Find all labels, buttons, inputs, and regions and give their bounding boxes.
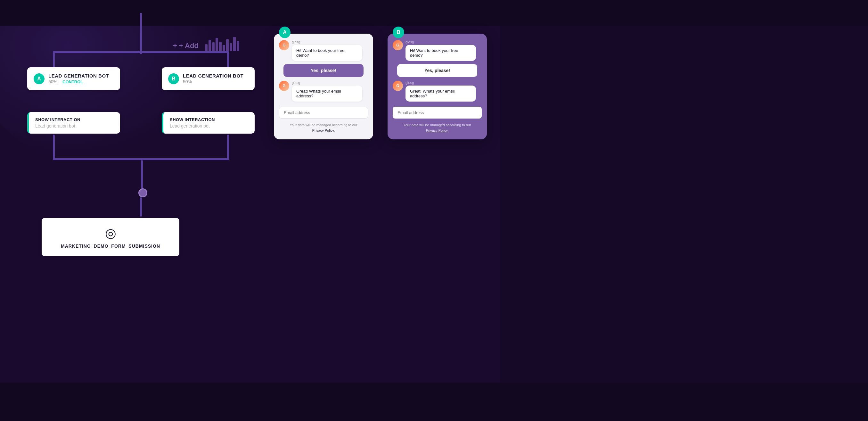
variant-a-badge: A xyxy=(34,73,44,84)
show-interaction-b-card: SHOW INTERACTION Lead generation bot xyxy=(162,112,255,133)
chat-b-email-input[interactable] xyxy=(393,107,482,119)
goal-card: ◎ MARKETING_DEMO_FORM_SUBMISSION xyxy=(42,218,179,256)
variant-a-header-card: A LEAD GENERATION BOT 50% CONTROL xyxy=(27,67,120,90)
goal-connector-line xyxy=(140,198,142,217)
chat-b-bubble-2: Great! Whats your emsil address? xyxy=(405,86,476,101)
goal-icon: ◎ xyxy=(105,225,116,240)
show-interaction-a-label: SHOW INTERACTION xyxy=(35,117,114,122)
variant-a-pct: 50% xyxy=(49,79,57,84)
ab-flow-frame: A LEAD GENERATION BOT 50% CONTROL B LEAD… xyxy=(27,51,255,160)
chat-a-privacy-text: Your data will be managed according to o… xyxy=(279,122,368,133)
show-interaction-b-name: Lead generation bot xyxy=(170,123,248,128)
variant-b-pct: 50% xyxy=(183,79,192,84)
chat-a-sender-2: giosg xyxy=(292,81,362,85)
chat-a-row-1: G giosg Hi! Want to book your free demo? xyxy=(279,40,368,61)
chat-preview-b: B G giosg Hi! Want to book your free dem… xyxy=(388,34,487,139)
chat-a-privacy-link[interactable]: Privacy Policy. xyxy=(312,128,335,132)
chat-b-yes-button[interactable]: Yes, please! xyxy=(397,64,477,77)
chat-b-row-1: G giosg Hi! Want to book your free demo? xyxy=(393,40,482,61)
chat-a-avatar-2: G xyxy=(279,81,289,91)
chat-b-sender-1: giosg xyxy=(405,40,476,44)
variant-a-control: CONTROL xyxy=(62,80,83,84)
show-interaction-b-label: SHOW INTERACTION xyxy=(170,117,248,122)
chat-a-variant-badge: A xyxy=(279,27,290,38)
chat-a-email-input[interactable] xyxy=(279,107,368,119)
variant-b-header-card: B LEAD GENERATION BOT 50% xyxy=(162,67,255,90)
variant-a-title: LEAD GENERATION BOT xyxy=(49,73,109,79)
variant-b-badge: B xyxy=(168,73,179,84)
chat-a-bubble-2: Great! Whats your emsil address? xyxy=(292,86,362,101)
chat-b-avatar-1: G xyxy=(393,40,403,50)
plus-icon: + xyxy=(173,42,177,50)
chat-a-bubble-1: Hi! Want to book your free demo? xyxy=(292,45,362,61)
bottom-circle-node xyxy=(138,188,147,198)
add-button-label: + Add xyxy=(179,42,198,50)
chat-b-privacy-text: Your data will be managed according to o… xyxy=(393,122,482,133)
chat-a-sender-1: giosg xyxy=(292,40,362,44)
chat-b-variant-badge: B xyxy=(393,27,404,38)
show-interaction-a-name: Lead generation bot xyxy=(35,123,114,128)
bottom-connector-line xyxy=(141,160,143,189)
histogram-decoration xyxy=(205,35,239,51)
chat-b-bubble-1: Hi! Want to book your free demo? xyxy=(405,45,476,61)
variant-b-title: LEAD GENERATION BOT xyxy=(183,73,243,79)
goal-label: MARKETING_DEMO_FORM_SUBMISSION xyxy=(61,243,160,249)
show-interaction-a-card: SHOW INTERACTION Lead generation bot xyxy=(27,112,120,133)
chat-preview-a: A G giosg Hi! Want to book your free dem… xyxy=(274,34,373,139)
chat-a-row-2: G giosg Great! Whats your emsil address? xyxy=(279,81,368,101)
chat-a-avatar-1: G xyxy=(279,40,289,50)
chat-a-yes-button[interactable]: Yes, please! xyxy=(283,64,364,77)
chat-b-privacy-link[interactable]: Privacy Policy. xyxy=(426,128,449,132)
chat-b-avatar-2: G xyxy=(393,81,403,91)
chat-b-sender-2: giosg xyxy=(405,81,476,85)
add-button[interactable]: + + Add xyxy=(173,42,198,50)
chat-b-row-2: G giosg Great! Whats your emsil address? xyxy=(393,81,482,101)
